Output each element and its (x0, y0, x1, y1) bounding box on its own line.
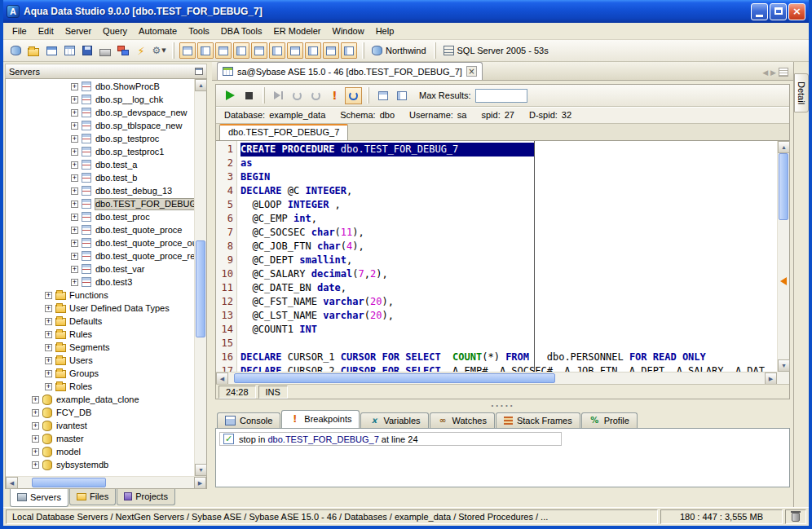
tab-stack-frames[interactable]: Stack Frames (496, 412, 580, 428)
scrollbar-thumb[interactable] (32, 478, 106, 487)
tree-item[interactable]: + dbo.sp_devspace_new (6, 106, 194, 119)
expand-icon[interactable]: + (71, 214, 78, 221)
layout-toggle-6-icon[interactable] (305, 42, 321, 59)
scroll-down-icon[interactable]: ▼ (778, 359, 790, 372)
tree-vertical-scrollbar[interactable]: ▲ ▼ (194, 79, 206, 476)
tree-item[interactable]: + dbo.test_b (6, 171, 194, 184)
menu-item[interactable]: Automate (133, 24, 183, 38)
expand-icon[interactable]: + (71, 135, 78, 143)
expand-icon[interactable]: + (71, 253, 78, 260)
menu-item[interactable]: Window (327, 24, 370, 38)
expand-icon[interactable]: + (71, 174, 78, 182)
minimize-button[interactable] (751, 3, 768, 20)
expand-icon[interactable]: + (45, 292, 52, 299)
tree-item[interactable]: + model (6, 445, 194, 458)
next-tab-icon[interactable]: ▶ (770, 68, 776, 77)
menu-item[interactable]: File (7, 24, 33, 38)
code-line[interactable]: @C_FST_NAME varchar(20), (241, 295, 777, 309)
expand-icon[interactable]: + (45, 383, 52, 390)
er-modeler-icon[interactable] (115, 42, 131, 59)
tree-item[interactable]: + Rules (6, 328, 194, 341)
tree-item[interactable]: + Defaults (6, 315, 194, 328)
tree-item[interactable]: + dbo.test_quote_proce (6, 223, 194, 236)
export-text-icon[interactable] (393, 87, 410, 104)
debug-panel-splitter[interactable]: ····· (212, 403, 793, 410)
tab-watches[interactable]: ∞ Watches (430, 412, 495, 428)
step-into-icon[interactable] (270, 87, 287, 104)
code-line[interactable]: as (241, 156, 777, 170)
menu-item[interactable]: DBA Tools (215, 24, 268, 38)
expand-icon[interactable]: + (71, 240, 78, 247)
server-indicator[interactable]: SQL Server 2005 - 53s (444, 46, 549, 55)
tree-item[interactable]: + Segments (6, 341, 194, 354)
code-line[interactable]: @C_JOB_FTN char(4), (241, 240, 777, 253)
expand-icon[interactable]: + (32, 409, 39, 417)
layout-toggle-4-icon[interactable] (269, 42, 285, 59)
layout-toggle-1-icon[interactable] (215, 42, 232, 59)
scroll-right-icon[interactable]: ▶ (194, 477, 206, 489)
tree-item[interactable]: + master (6, 432, 194, 445)
save-icon[interactable] (79, 42, 95, 59)
expand-icon[interactable]: + (71, 279, 78, 286)
layout-toggle-2-icon[interactable] (233, 42, 249, 59)
tree-item[interactable]: + sybsystemdb (6, 458, 194, 471)
scroll-down-icon[interactable]: ▼ (195, 464, 207, 476)
tree-item[interactable]: + dbo.test_quote_proce_out (6, 236, 194, 249)
prev-tab-icon[interactable]: ◀ (762, 68, 768, 77)
expand-icon[interactable]: + (71, 201, 78, 208)
automate-icon[interactable]: ⚡ (133, 42, 149, 59)
tools-dropdown[interactable]: ⚙▼ (151, 42, 167, 59)
tree-item[interactable]: + example_data_clone (6, 393, 194, 406)
tab-detail[interactable]: Detail (794, 73, 809, 112)
expand-icon[interactable]: + (45, 331, 52, 338)
tree-item[interactable]: + dbo.test_proc (6, 210, 194, 223)
editor-tab[interactable]: dbo.TEST_FOR_DEBUG_7 (219, 124, 348, 140)
connection-indicator[interactable]: Northwind (372, 46, 426, 55)
close-button[interactable]: × (788, 3, 805, 20)
title-bar[interactable]: A Aqua Data Studio 9.0.0 [dbo.TEST_FOR_D… (3, 0, 809, 23)
code-line[interactable]: @COUNT1 INT (241, 323, 777, 337)
menu-item[interactable]: Help (370, 24, 400, 38)
expand-icon[interactable]: + (71, 122, 78, 130)
expand-icon[interactable]: + (45, 318, 52, 325)
expand-icon[interactable]: + (71, 266, 78, 273)
run-to-breakpoint-icon[interactable]: ! (326, 87, 343, 104)
tab-list-icon[interactable] (779, 68, 788, 77)
code-line[interactable]: DECLARE @C INTEGER, (241, 184, 777, 198)
expand-icon[interactable]: + (32, 422, 39, 430)
menu-item[interactable]: Server (60, 24, 97, 38)
tab-console[interactable]: Console (217, 412, 280, 428)
expand-icon[interactable]: + (32, 461, 39, 469)
menu-item[interactable]: Query (97, 24, 133, 38)
results-grid-toggle-icon[interactable] (179, 42, 196, 59)
code-line[interactable]: @C_EMP int, (241, 212, 777, 226)
tree-item[interactable]: + dbo.test_var (6, 262, 194, 276)
scroll-left-icon[interactable]: ◀ (6, 477, 18, 489)
results-text-toggle-icon[interactable] (197, 42, 214, 59)
scroll-up-icon[interactable]: ▲ (778, 141, 790, 153)
step-return-icon[interactable] (307, 87, 324, 104)
expand-icon[interactable]: + (71, 83, 78, 90)
execute-icon[interactable] (222, 87, 239, 104)
expand-icon[interactable]: + (71, 96, 78, 104)
tree-item[interactable]: + dbo.test3 (6, 276, 194, 289)
scroll-left-icon[interactable]: ◀ (216, 373, 228, 385)
expand-icon[interactable]: + (45, 344, 52, 351)
code-line[interactable]: BEGIN (241, 170, 777, 184)
code-line[interactable]: DECLARE CURSOR_1 CURSOR FOR SELECT COUNT… (241, 350, 777, 364)
tree-item[interactable]: + Roles (6, 380, 194, 393)
scrollbar-thumb[interactable] (196, 240, 205, 337)
tab-servers[interactable]: Servers (10, 489, 68, 507)
menu-item[interactable]: Tools (183, 24, 215, 38)
breakpoint-checkbox[interactable]: ✓ (223, 434, 234, 444)
tree-item[interactable]: + dbo.sp__log_chk (6, 93, 194, 106)
layout-toggle-7-icon[interactable] (323, 42, 339, 59)
tree-item[interactable]: + dbo.test_quote_proce_ret (6, 249, 194, 262)
tree-item[interactable]: + dbo.TEST_FOR_DEBUG_7 (6, 197, 194, 210)
tree-item[interactable]: + User Defined Data Types (6, 302, 194, 315)
code-line[interactable]: @LOOP INTEGER , (241, 198, 777, 212)
code-line[interactable]: @C_SALARY decimal(7,2), (241, 267, 777, 281)
expand-icon[interactable]: + (45, 370, 52, 377)
schema-browser-icon[interactable] (43, 42, 60, 59)
layout-toggle-3-icon[interactable] (251, 42, 267, 59)
